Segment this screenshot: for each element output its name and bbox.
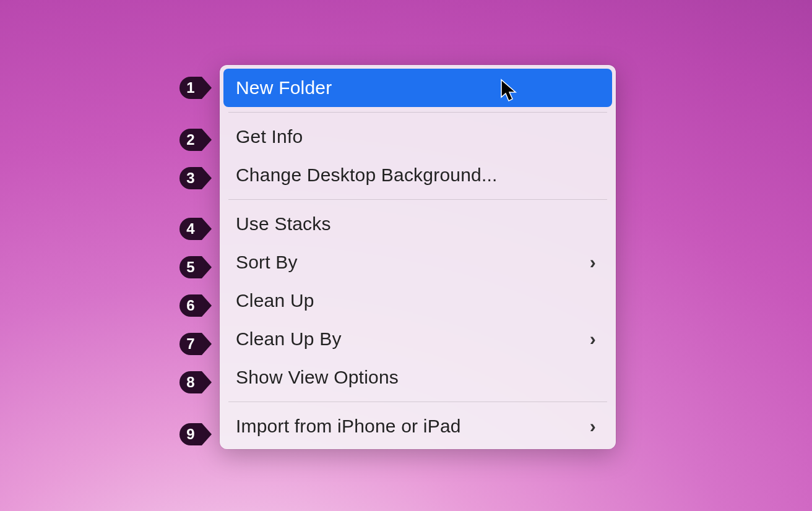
- menu-item-label: Clean Up By: [236, 328, 590, 350]
- badge-number: 8: [179, 374, 202, 391]
- menu-item-label: Clean Up: [236, 290, 598, 311]
- menu-item-show-view-options[interactable]: Show View Options: [220, 358, 616, 397]
- menu-item-change-desktop-background[interactable]: Change Desktop Background...: [220, 156, 616, 194]
- badge-number: 2: [179, 131, 202, 148]
- badge-6: 6: [179, 293, 213, 319]
- badge-number: 6: [179, 297, 202, 314]
- menu-item-label: New Folder: [236, 77, 598, 98]
- badge-3: 3: [179, 165, 213, 191]
- menu-item-label: Change Desktop Background...: [236, 165, 598, 186]
- badge-2: 2: [179, 127, 213, 153]
- badge-5: 5: [179, 254, 213, 280]
- badge-1: 1: [179, 75, 213, 101]
- badge-4: 4: [179, 216, 213, 242]
- menu-separator: [228, 199, 607, 200]
- badge-number: 9: [179, 426, 202, 443]
- badge-number: 7: [179, 335, 202, 353]
- chevron-right-icon: ›: [590, 416, 596, 437]
- badge-number: 5: [179, 259, 202, 276]
- menu-separator: [228, 402, 607, 402]
- menu-item-new-folder[interactable]: New Folder: [223, 69, 612, 107]
- menu-item-sort-by[interactable]: Sort By ›: [220, 243, 616, 281]
- badge-9: 9: [179, 421, 213, 447]
- badge-number: 1: [179, 79, 202, 97]
- menu-item-import-from-iphone-or-ipad[interactable]: Import from iPhone or iPad ›: [220, 407, 616, 445]
- menu-item-clean-up[interactable]: Clean Up: [220, 281, 616, 320]
- badge-8: 8: [179, 369, 213, 395]
- menu-item-label: Sort By: [236, 252, 590, 273]
- desktop-context-menu[interactable]: New Folder Get Info Change Desktop Backg…: [220, 65, 616, 449]
- chevron-right-icon: ›: [590, 252, 596, 273]
- menu-item-use-stacks[interactable]: Use Stacks: [220, 205, 616, 243]
- menu-item-label: Get Info: [236, 126, 598, 147]
- menu-item-label: Use Stacks: [236, 213, 598, 234]
- badge-number: 4: [179, 220, 202, 238]
- menu-separator: [228, 112, 607, 113]
- menu-item-get-info[interactable]: Get Info: [220, 118, 616, 156]
- badge-7: 7: [179, 331, 213, 357]
- menu-item-clean-up-by[interactable]: Clean Up By ›: [220, 320, 616, 358]
- menu-item-label: Import from iPhone or iPad: [236, 416, 590, 437]
- badge-number: 3: [179, 170, 202, 187]
- chevron-right-icon: ›: [590, 328, 596, 350]
- menu-item-label: Show View Options: [236, 367, 598, 388]
